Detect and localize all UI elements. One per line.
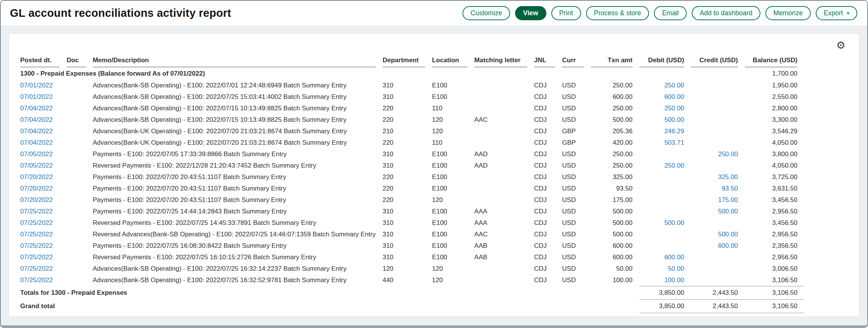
department-cell: 220	[383, 171, 432, 183]
matching-letter-cell	[474, 263, 534, 275]
credit-amount-link[interactable]: 600.00	[691, 240, 745, 252]
doc-cell	[66, 126, 92, 137]
posted-date-link[interactable]: 07/05/2022	[20, 149, 66, 160]
debit-amount-link[interactable]: 600.00	[639, 91, 691, 103]
curr-cell: USD	[562, 171, 591, 183]
debit-amount-link[interactable]	[639, 240, 691, 252]
posted-date-link[interactable]: 07/04/2022	[20, 137, 66, 149]
debit-amount-link[interactable]	[639, 229, 691, 240]
debit-amount-link[interactable]: 503.71	[639, 137, 691, 149]
jnl-cell: CDJ	[534, 206, 562, 217]
posted-date-link[interactable]: 07/25/2022	[20, 240, 66, 252]
balance-cell: 3,456.50	[745, 217, 804, 229]
posted-date-link[interactable]: 07/25/2022	[20, 252, 66, 263]
curr-cell: USD	[562, 217, 591, 229]
credit-amount-link[interactable]: 500.00	[691, 206, 745, 217]
posted-date-link[interactable]: 07/04/2022	[20, 126, 66, 137]
jnl-cell: CDJ	[534, 217, 562, 229]
posted-date-link[interactable]: 07/25/2022	[20, 206, 66, 217]
debit-amount-link[interactable]	[639, 206, 691, 217]
debit-amount-link[interactable]: 500.00	[639, 114, 691, 126]
export-button[interactable]: Export ▾	[816, 6, 857, 20]
posted-date-link[interactable]: 07/25/2022	[20, 217, 66, 229]
email-button[interactable]: Email	[654, 6, 687, 20]
matching-letter-cell: AAB	[474, 240, 534, 252]
print-button[interactable]: Print	[551, 6, 581, 20]
process-store-button[interactable]: Process & store	[586, 6, 649, 20]
credit-amount-link[interactable]	[691, 263, 745, 275]
credit-amount-link[interactable]	[691, 80, 745, 91]
posted-date-link[interactable]: 07/05/2022	[20, 160, 66, 171]
posted-date-link[interactable]: 07/25/2022	[20, 229, 66, 240]
matching-letter-cell: AAD	[474, 149, 534, 160]
location-cell: E100	[432, 149, 474, 160]
txn-amt-cell: 93.50	[591, 183, 639, 194]
matching-letter-cell	[474, 80, 534, 91]
debit-amount-link[interactable]: 50.00	[639, 263, 691, 275]
txn-amt-cell: 600.00	[591, 252, 639, 263]
debit-amount-link[interactable]: 250.00	[639, 103, 691, 114]
credit-amount-link[interactable]	[691, 217, 745, 229]
posted-date-link[interactable]: 07/20/2022	[20, 183, 66, 194]
debit-amount-link[interactable]	[639, 183, 691, 194]
credit-amount-link[interactable]: 500.00	[691, 229, 745, 240]
posted-date-link[interactable]: 07/20/2022	[20, 194, 66, 206]
posted-date-link[interactable]: 07/01/2022	[20, 91, 66, 103]
posted-date-link[interactable]: 07/25/2022	[20, 275, 66, 286]
group-debit-empty	[639, 67, 691, 80]
location-cell: E100	[432, 183, 474, 194]
credit-amount-link[interactable]	[691, 275, 745, 286]
debit-amount-link[interactable]: 250.00	[639, 160, 691, 171]
matching-letter-cell: AAA	[474, 217, 534, 229]
department-cell: 220	[383, 114, 432, 126]
txn-amt-cell: 600.00	[591, 240, 639, 252]
debit-amount-link[interactable]: 250.00	[639, 80, 691, 91]
balance-cell: 4,050.00	[745, 137, 804, 149]
debit-amount-link[interactable]	[639, 171, 691, 183]
credit-amount-link[interactable]: 175.00	[691, 194, 745, 206]
debit-amount-link[interactable]: 100.00	[639, 275, 691, 286]
credit-amount-link[interactable]	[691, 114, 745, 126]
settings-gear-icon[interactable]: ⚙	[836, 40, 845, 51]
memorize-button[interactable]: Memorize	[765, 6, 811, 20]
memo-description-cell: Payments - E100: 2022/07/20 20:43:51:110…	[93, 183, 383, 194]
posted-date-link[interactable]: 07/20/2022	[20, 171, 66, 183]
location-cell: 110	[432, 137, 474, 149]
debit-amount-link[interactable]: 246.29	[639, 126, 691, 137]
credit-amount-link[interactable]	[691, 137, 745, 149]
debit-amount-link[interactable]	[639, 149, 691, 160]
department-cell: 310	[383, 206, 432, 217]
col-header-doc: Doc	[66, 55, 92, 67]
credit-amount-link[interactable]	[691, 160, 745, 171]
doc-cell	[66, 229, 92, 240]
add-to-dashboard-button[interactable]: Add to dashboard	[692, 6, 760, 20]
credit-amount-link[interactable]: 250.00	[691, 149, 745, 160]
matching-letter-cell	[474, 183, 534, 194]
posted-date-link[interactable]: 07/04/2022	[20, 103, 66, 114]
location-cell: E100	[432, 229, 474, 240]
txn-amt-cell: 500.00	[591, 229, 639, 240]
posted-date-link[interactable]: 07/25/2022	[20, 263, 66, 275]
credit-amount-link[interactable]: 93.50	[691, 183, 745, 194]
memo-description-cell: Advances(Bank-SB Operating) - E100: 2022…	[93, 80, 383, 91]
credit-amount-link[interactable]	[691, 103, 745, 114]
credit-amount-link[interactable]: 325.00	[691, 171, 745, 183]
jnl-cell: CDJ	[534, 252, 562, 263]
view-button[interactable]: View	[515, 6, 546, 20]
posted-date-link[interactable]: 07/04/2022	[20, 114, 66, 126]
memo-description-cell: Payments - E100: 2022/07/25 14:44:14:284…	[93, 206, 383, 217]
jnl-cell: CDJ	[534, 240, 562, 252]
credit-amount-link[interactable]	[691, 252, 745, 263]
credit-amount-link[interactable]	[691, 91, 745, 103]
posted-date-link[interactable]: 07/01/2022	[20, 80, 66, 91]
location-cell: 120	[432, 263, 474, 275]
debit-amount-link[interactable]: 600.00	[639, 252, 691, 263]
toolbar: Customize View Print Process & store Ema…	[462, 6, 857, 20]
customize-button[interactable]: Customize	[462, 6, 510, 20]
debit-amount-link[interactable]	[639, 194, 691, 206]
credit-amount-link[interactable]	[691, 126, 745, 137]
grand-total-row: Grand total 3,850.00 2,443.50 3,106.50	[20, 300, 804, 313]
table-row: 07/04/2022 Advances(Bank-UK Operating) -…	[20, 126, 804, 137]
jnl-cell: CDJ	[534, 160, 562, 171]
debit-amount-link[interactable]: 500.00	[639, 217, 691, 229]
